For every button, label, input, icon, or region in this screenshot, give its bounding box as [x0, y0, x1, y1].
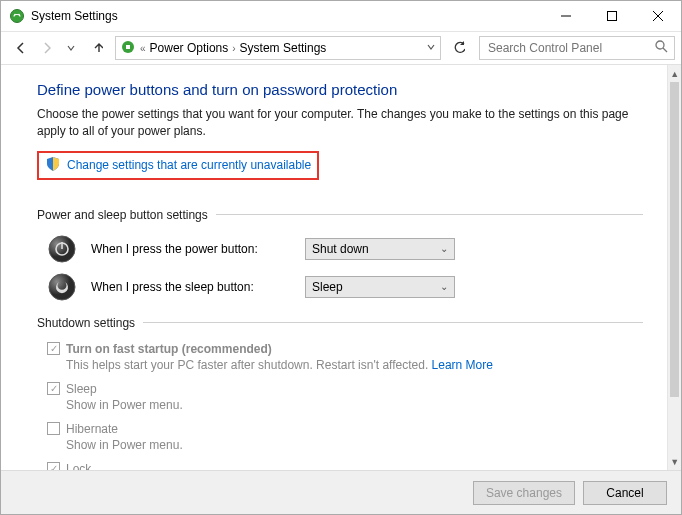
sleep-icon — [47, 272, 77, 302]
app-icon — [9, 8, 25, 24]
sleep-button-value: Sleep — [312, 280, 343, 294]
svg-point-0 — [11, 10, 24, 23]
sleep-option: ✓ Sleep Show in Power menu. — [47, 382, 643, 412]
svg-point-9 — [656, 41, 664, 49]
power-button-select[interactable]: Shut down ⌄ — [305, 238, 455, 260]
chevron-down-icon: ⌄ — [440, 281, 448, 292]
change-settings-highlight: Change settings that are currently unava… — [37, 151, 319, 180]
scroll-thumb[interactable] — [670, 82, 679, 397]
breadcrumb-system-settings[interactable]: System Settings — [240, 41, 327, 55]
fast-startup-desc: This helps start your PC faster after sh… — [66, 358, 643, 372]
power-button-row: When I press the power button: Shut down… — [47, 234, 643, 264]
divider — [216, 214, 644, 215]
svg-line-5 — [653, 11, 663, 21]
cancel-button[interactable]: Cancel — [583, 481, 667, 505]
sleep-checkbox: ✓ — [47, 382, 60, 395]
sleep-title: Sleep — [66, 382, 97, 396]
power-icon — [47, 234, 77, 264]
hibernate-desc: Show in Power menu. — [66, 438, 643, 452]
hibernate-checkbox — [47, 422, 60, 435]
group-button-settings: Power and sleep button settings — [37, 208, 643, 222]
scroll-down-button[interactable]: ▼ — [668, 453, 681, 470]
fast-startup-checkbox: ✓ — [47, 342, 60, 355]
svg-rect-8 — [126, 45, 130, 49]
page-intro: Choose the power settings that you want … — [37, 106, 643, 141]
refresh-button[interactable] — [447, 36, 471, 60]
search-icon — [655, 40, 668, 56]
page-title: Define power buttons and turn on passwor… — [37, 81, 643, 98]
svg-line-10 — [663, 48, 667, 52]
sleep-button-row: When I press the sleep button: Sleep ⌄ — [47, 272, 643, 302]
divider — [143, 322, 643, 323]
sleep-button-select[interactable]: Sleep ⌄ — [305, 276, 455, 298]
window-title: System Settings — [31, 9, 543, 23]
close-button[interactable] — [635, 1, 681, 31]
power-button-value: Shut down — [312, 242, 369, 256]
hibernate-option: Hibernate Show in Power menu. — [47, 422, 643, 452]
titlebar: System Settings — [1, 1, 681, 31]
nav-back-button[interactable] — [7, 36, 31, 60]
search-box[interactable] — [479, 36, 675, 60]
change-settings-link[interactable]: Change settings that are currently unava… — [67, 158, 311, 172]
maximize-button[interactable] — [589, 1, 635, 31]
lock-title: Lock — [66, 462, 91, 470]
content-area: Define power buttons and turn on passwor… — [1, 65, 667, 470]
group-button-settings-label: Power and sleep button settings — [37, 208, 208, 222]
footer: Save changes Cancel — [1, 470, 681, 514]
lock-checkbox: ✓ — [47, 462, 60, 470]
breadcrumb-power-options[interactable]: Power Options — [150, 41, 229, 55]
svg-point-1 — [14, 14, 16, 16]
navbar: « Power Options › System Settings — [1, 31, 681, 65]
sleep-button-label: When I press the sleep button: — [91, 280, 291, 294]
svg-line-6 — [653, 11, 663, 21]
svg-rect-4 — [608, 12, 617, 21]
control-panel-icon — [120, 39, 136, 58]
group-shutdown-settings: Shutdown settings — [37, 316, 643, 330]
chevron-left-icon: « — [140, 43, 146, 54]
fast-startup-option: ✓ Turn on fast startup (recommended) Thi… — [47, 342, 643, 372]
address-bar[interactable]: « Power Options › System Settings — [115, 36, 441, 60]
fast-startup-title: Turn on fast startup (recommended) — [66, 342, 272, 356]
power-button-label: When I press the power button: — [91, 242, 291, 256]
scroll-track[interactable] — [668, 82, 681, 453]
search-input[interactable] — [486, 40, 655, 56]
nav-forward-button[interactable] — [33, 36, 57, 60]
svg-point-2 — [18, 14, 20, 16]
hibernate-title: Hibernate — [66, 422, 118, 436]
sleep-desc: Show in Power menu. — [66, 398, 643, 412]
save-button[interactable]: Save changes — [473, 481, 575, 505]
address-dropdown-icon[interactable] — [426, 41, 436, 55]
vertical-scrollbar[interactable]: ▲ ▼ — [667, 65, 681, 470]
nav-up-button[interactable] — [85, 36, 109, 60]
lock-option: ✓ Lock Show in account picture menu. — [47, 462, 643, 470]
nav-recent-button[interactable] — [59, 36, 83, 60]
group-shutdown-settings-label: Shutdown settings — [37, 316, 135, 330]
scroll-up-button[interactable]: ▲ — [668, 65, 681, 82]
learn-more-link[interactable]: Learn More — [432, 358, 493, 372]
chevron-down-icon: ⌄ — [440, 243, 448, 254]
svg-point-14 — [49, 274, 75, 300]
minimize-button[interactable] — [543, 1, 589, 31]
shield-icon — [45, 156, 61, 175]
chevron-right-icon: › — [232, 43, 235, 54]
